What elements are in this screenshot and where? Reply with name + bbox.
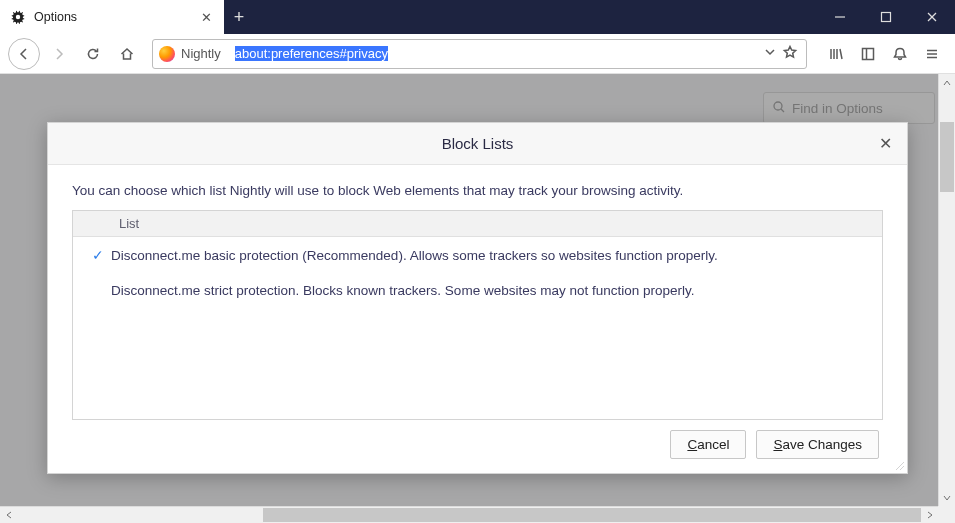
app-menu-button[interactable]	[917, 39, 947, 69]
list-item-label: Disconnect.me strict protection. Blocks …	[111, 283, 695, 298]
forward-button[interactable]	[44, 39, 74, 69]
list-column-label: List	[119, 216, 139, 231]
reload-button[interactable]	[78, 39, 108, 69]
cancel-button[interactable]: Cancel	[670, 430, 746, 459]
list-item[interactable]: ✓Disconnect.me basic protection (Recomme…	[73, 237, 882, 273]
list-column-header[interactable]: List	[73, 211, 882, 237]
scroll-down-icon[interactable]	[939, 489, 955, 506]
save-changes-button[interactable]: Save Changes	[756, 430, 879, 459]
svg-rect-1	[882, 13, 891, 22]
tab-title: Options	[34, 10, 190, 24]
vertical-scrollbar[interactable]	[938, 74, 955, 506]
window-close-button[interactable]	[909, 0, 955, 34]
block-list-table: List ✓Disconnect.me basic protection (Re…	[72, 210, 883, 420]
svg-rect-4	[863, 48, 874, 59]
list-item-label: Disconnect.me basic protection (Recommen…	[111, 248, 718, 263]
list-item[interactable]: Disconnect.me strict protection. Blocks …	[73, 273, 882, 308]
scroll-right-icon[interactable]	[921, 507, 938, 523]
checkmark-icon: ✓	[85, 247, 111, 263]
scroll-left-icon[interactable]	[0, 507, 17, 523]
sidebars-button[interactable]	[853, 39, 883, 69]
dropmarker-icon[interactable]	[764, 46, 776, 61]
back-button[interactable]	[8, 38, 40, 70]
navigation-toolbar: Nightly	[0, 34, 955, 74]
identity-label: Nightly	[181, 46, 221, 61]
notifications-button[interactable]	[885, 39, 915, 69]
browser-tab[interactable]: Options ✕	[0, 0, 224, 34]
scroll-up-icon[interactable]	[939, 74, 955, 91]
horizontal-scrollbar[interactable]	[0, 506, 938, 523]
window-minimize-button[interactable]	[817, 0, 863, 34]
dialog-header: Block Lists ✕	[48, 123, 907, 165]
bookmark-star-icon[interactable]	[782, 44, 798, 63]
window-titlebar: Options ✕ +	[0, 0, 955, 34]
library-button[interactable]	[821, 39, 851, 69]
window-maximize-button[interactable]	[863, 0, 909, 34]
dialog-description: You can choose which list Nightly will u…	[72, 183, 883, 198]
gear-icon	[10, 9, 26, 25]
home-button[interactable]	[112, 39, 142, 69]
dialog-title: Block Lists	[442, 135, 514, 152]
resize-grip-icon[interactable]	[893, 459, 905, 471]
vertical-scroll-thumb[interactable]	[940, 122, 954, 192]
firefox-icon	[159, 46, 175, 62]
block-lists-dialog: Block Lists ✕ You can choose which list …	[47, 122, 908, 474]
url-bar[interactable]: Nightly	[152, 39, 807, 69]
horizontal-scroll-thumb[interactable]	[263, 508, 921, 522]
new-tab-button[interactable]: +	[224, 0, 254, 34]
dialog-close-button[interactable]: ✕	[873, 132, 897, 156]
url-input[interactable]	[233, 40, 758, 68]
identity-box[interactable]: Nightly	[157, 46, 227, 62]
tab-close-button[interactable]: ✕	[198, 9, 214, 25]
